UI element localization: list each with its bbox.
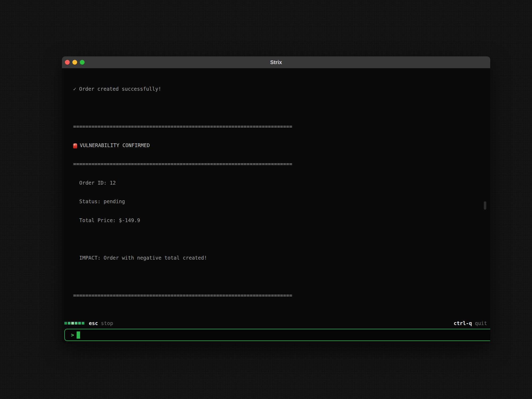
total-price-line: Total Price: $-149.9 [73, 217, 490, 224]
divider-line: ========================================… [73, 292, 490, 299]
impact-line: IMPACT: Order with negative total create… [73, 255, 490, 261]
window-controls [65, 56, 85, 68]
status-bar: esc stop ctrl-q quit [62, 318, 490, 328]
quit-key-hint[interactable]: ctrl-q [454, 320, 472, 326]
esc-action-label[interactable]: stop [101, 320, 113, 326]
check-icon: ✓ [73, 86, 76, 92]
close-button[interactable] [65, 60, 70, 65]
alert-heading-line: VULNERABILITY CONFIRMED [73, 142, 490, 149]
quit-action-label[interactable]: quit [475, 320, 487, 326]
window-titlebar[interactable]: Strix [62, 56, 490, 68]
scrollbar-thumb[interactable] [484, 201, 486, 210]
prompt-symbol: > [71, 332, 74, 338]
loading-spinner [64, 322, 84, 325]
order-success-text: Order created successfully! [79, 86, 161, 92]
order-status-line: Status: pending [73, 198, 490, 205]
order-id-line: Order ID: 12 [73, 180, 490, 186]
minimize-button[interactable] [72, 60, 77, 65]
police-light-icon [73, 143, 77, 148]
terminal-content: ✓Order created successfully! ===========… [62, 68, 490, 318]
text-cursor [77, 331, 80, 339]
strix-terminal-window: Strix ✓Order created successfully! =====… [62, 56, 490, 343]
order-success-line: ✓Order created successfully! [73, 86, 490, 92]
zoom-button[interactable] [80, 60, 85, 65]
esc-key-hint[interactable]: esc [89, 320, 98, 326]
divider-line: ========================================… [73, 123, 490, 130]
terminal-output: ✓Order created successfully! ===========… [62, 68, 490, 318]
divider-line: ========================================… [73, 161, 490, 167]
command-input[interactable]: > [64, 329, 490, 341]
window-title: Strix [270, 59, 282, 65]
alert-heading-text: VULNERABILITY CONFIRMED [80, 142, 150, 149]
